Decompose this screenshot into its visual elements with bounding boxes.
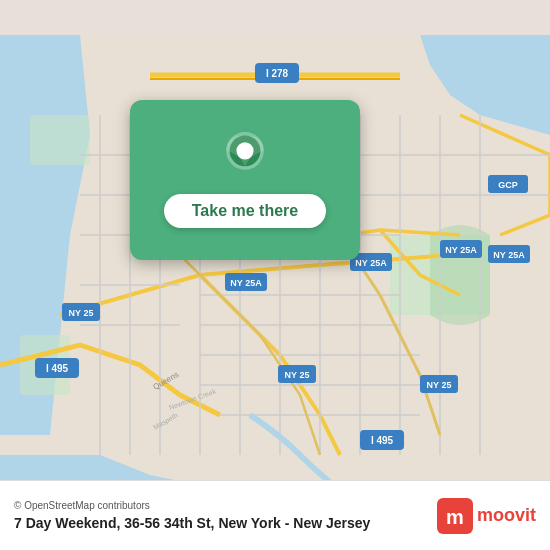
svg-text:I 495: I 495 bbox=[46, 363, 69, 374]
map-container: I 278 NY 25 NY 25A NY 25A NY 25A I 495 I… bbox=[0, 0, 550, 550]
svg-rect-2 bbox=[30, 115, 90, 165]
location-pin-icon bbox=[221, 132, 269, 180]
svg-text:NY 25: NY 25 bbox=[285, 370, 310, 380]
svg-text:NY 25A: NY 25A bbox=[355, 258, 387, 268]
osm-attribution: © OpenStreetMap contributors bbox=[14, 500, 370, 511]
take-me-there-button[interactable]: Take me there bbox=[164, 194, 326, 228]
map-background: I 278 NY 25 NY 25A NY 25A NY 25A I 495 I… bbox=[0, 0, 550, 550]
moovit-logo: m moovit bbox=[437, 498, 536, 534]
bottom-bar: © OpenStreetMap contributors 7 Day Weeke… bbox=[0, 480, 550, 550]
svg-text:GCP: GCP bbox=[498, 180, 518, 190]
moovit-brand-text: moovit bbox=[477, 505, 536, 526]
svg-text:I 495: I 495 bbox=[371, 435, 394, 446]
moovit-icon: m bbox=[437, 498, 473, 534]
location-card: Take me there bbox=[130, 100, 360, 260]
location-title: 7 Day Weekend, 36-56 34th St, New York -… bbox=[14, 515, 370, 531]
bottom-left-info: © OpenStreetMap contributors 7 Day Weeke… bbox=[14, 500, 370, 531]
svg-text:NY 25A: NY 25A bbox=[493, 250, 525, 260]
svg-text:I 278: I 278 bbox=[266, 68, 289, 79]
svg-text:m: m bbox=[446, 506, 464, 528]
svg-text:NY 25: NY 25 bbox=[427, 380, 452, 390]
svg-text:NY 25: NY 25 bbox=[69, 308, 94, 318]
svg-text:NY 25A: NY 25A bbox=[230, 278, 262, 288]
svg-text:NY 25A: NY 25A bbox=[445, 245, 477, 255]
